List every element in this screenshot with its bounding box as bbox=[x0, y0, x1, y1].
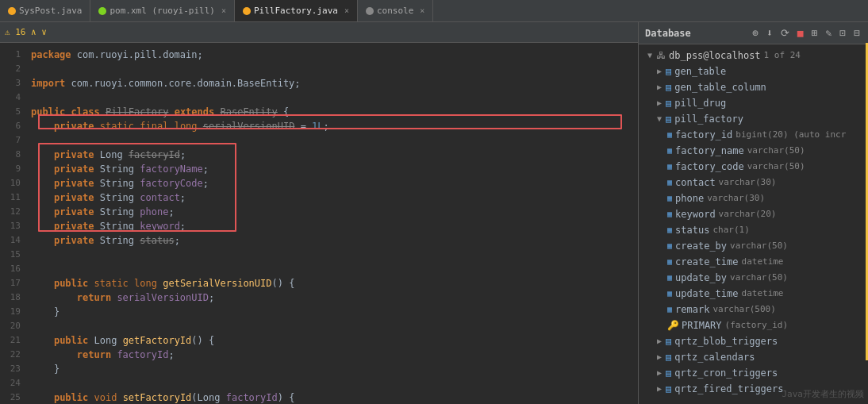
code-line-22: 22 return factoryId; bbox=[0, 348, 638, 362]
db-col-contact[interactable]: ▦ contact varchar(30) bbox=[639, 175, 868, 190]
db-col-update-by-name: update_by bbox=[675, 271, 727, 285]
db-col-update-time-type: datetime bbox=[742, 287, 784, 301]
db-tree[interactable]: ▼ 🖧 db_pss@localhost 1 of 24 ▶ ▤ gen_tab… bbox=[639, 44, 868, 404]
tab-pillfactory-label: PillFactory.java bbox=[254, 6, 338, 16]
db-col-phone[interactable]: ▦ phone varchar(30) bbox=[639, 190, 868, 206]
db-host-label: db_pss@localhost bbox=[669, 48, 761, 63]
db-col-icon5: ▦ bbox=[667, 191, 672, 206]
db-table-gen-table-col[interactable]: ▶ ▤ gen_table_column bbox=[639, 79, 868, 95]
db-table-icon8: ▤ bbox=[666, 382, 671, 396]
code-line-12: 12 private String phone; bbox=[0, 205, 638, 219]
code-line-13: 13 private String keyword; bbox=[0, 219, 638, 233]
db-col-icon4: ▦ bbox=[667, 175, 672, 190]
db-table-gen-table[interactable]: ▶ ▤ gen_table bbox=[639, 63, 868, 79]
db-download-btn[interactable]: ⬇ bbox=[765, 26, 774, 40]
tab-console-label: console bbox=[377, 6, 413, 16]
db-gen-table-arrow: ▶ bbox=[655, 64, 664, 79]
code-line-2: 2 bbox=[0, 62, 638, 76]
tab-pom[interactable]: pom.xml (ruoyi-pill) × bbox=[90, 0, 234, 21]
code-line-18: 18 return serialVersionUID; bbox=[0, 290, 638, 305]
tab-console[interactable]: console × bbox=[358, 0, 433, 21]
db-col-factory-id[interactable]: ▦ factory_id bigint(20) (auto incr bbox=[639, 127, 868, 143]
db-qrtz-blob-label: qrtz_blob_triggers bbox=[674, 334, 778, 348]
db-col-phone-name: phone bbox=[675, 191, 704, 206]
code-line-4: 4 bbox=[0, 90, 638, 105]
db-col-keyword[interactable]: ▦ keyword varchar(20) bbox=[639, 206, 868, 222]
db-stop-btn[interactable]: ■ bbox=[796, 26, 805, 40]
db-table-icon7: ▤ bbox=[666, 366, 671, 380]
line-code-1: package com.ruoyi.pill.domain; bbox=[31, 48, 638, 62]
db-pill-drug-label: pill_drug bbox=[674, 96, 726, 110]
editor-area: ⚠ 16 ∧ ∨ 1 package com.ruoyi.pill.domain… bbox=[0, 22, 638, 404]
db-col-update-by[interactable]: ▦ update_by varchar(50) bbox=[639, 270, 868, 286]
db-col-icon9: ▦ bbox=[667, 255, 672, 269]
db-col-factory-name-name: factory_name bbox=[675, 144, 744, 158]
db-col-update-time-name: update_time bbox=[675, 287, 738, 301]
db-table-pill-drug[interactable]: ▶ ▤ pill_drug bbox=[639, 95, 868, 111]
db-col-remark-type: varchar(500) bbox=[712, 302, 775, 317]
db-col-icon10: ▦ bbox=[667, 271, 672, 285]
db-count-badge: 1 of 24 bbox=[764, 48, 801, 63]
db-console-btn[interactable]: ⊡ bbox=[838, 26, 847, 40]
db-sync-btn[interactable]: ⟳ bbox=[779, 26, 791, 40]
db-col-primary[interactable]: 🔑 PRIMARY (factory_id) bbox=[639, 317, 868, 333]
db-col-update-time[interactable]: ▦ update_time datetime bbox=[639, 286, 868, 302]
code-line-15: 15 bbox=[0, 248, 638, 262]
db-host-item[interactable]: ▼ 🖧 db_pss@localhost 1 of 24 bbox=[639, 48, 868, 63]
db-refresh-btn[interactable]: ⊕ bbox=[751, 26, 760, 40]
db-col-create-by[interactable]: ▦ create_by varchar(50) bbox=[639, 238, 868, 254]
db-col-contact-name: contact bbox=[675, 175, 716, 190]
db-table-icon6: ▤ bbox=[666, 350, 671, 364]
code-line-14: 14 private String status; bbox=[0, 233, 638, 248]
code-line-19: 19 } bbox=[0, 305, 638, 319]
db-col-create-by-type: varchar(50) bbox=[730, 239, 788, 253]
code-line-17: 17 public static long getSerialVersionUI… bbox=[0, 276, 638, 290]
code-line-9: 9 private String factoryName; bbox=[0, 162, 638, 176]
db-col-phone-type: varchar(30) bbox=[707, 191, 765, 206]
db-table-icon5: ▤ bbox=[666, 334, 671, 348]
code-line-3: 3 import com.ruoyi.common.core.domain.Ba… bbox=[0, 76, 638, 90]
db-col-status[interactable]: ▦ status char(1) bbox=[639, 222, 868, 238]
db-col-status-name: status bbox=[675, 223, 709, 237]
db-col-remark[interactable]: ▦ remark varchar(500) bbox=[639, 302, 868, 317]
close-icon3[interactable]: × bbox=[420, 6, 424, 15]
db-col-create-time[interactable]: ▦ create_time datetime bbox=[639, 254, 868, 270]
db-col-factory-id-type: bigint(20) (auto incr bbox=[735, 128, 846, 142]
db-col-remark-name: remark bbox=[675, 302, 709, 317]
tab-pillfactory[interactable]: PillFactory.java × bbox=[235, 0, 358, 21]
db-filter-btn[interactable]: ⊟ bbox=[852, 26, 862, 40]
db-col-factory-name[interactable]: ▦ factory_name varchar(50) bbox=[639, 143, 868, 159]
db-grid-btn[interactable]: ⊞ bbox=[810, 26, 820, 40]
db-col-icon2: ▦ bbox=[667, 144, 672, 158]
db-table-qrtz-fired[interactable]: ▶ ▤ qrtz_fired_triggers bbox=[639, 381, 868, 397]
db-table-qrtz-cal[interactable]: ▶ ▤ qrtz_calendars bbox=[639, 349, 868, 365]
console-icon bbox=[366, 7, 374, 15]
db-col-create-time-name: create_time bbox=[675, 255, 738, 269]
tab-pom-label: pom.xml (ruoyi-pill) bbox=[109, 6, 214, 16]
close-icon2[interactable]: × bbox=[344, 6, 349, 15]
db-qrtz-cron-label: qrtz_cron_triggers bbox=[674, 366, 778, 380]
db-pill-factory-label: pill_factory bbox=[674, 112, 743, 126]
db-col-factory-code[interactable]: ▦ factory_code varchar(50) bbox=[639, 159, 868, 175]
db-gen-table-col-label: gen_table_column bbox=[674, 80, 766, 94]
db-table-icon4: ▤ bbox=[666, 112, 671, 126]
code-line-5: 5 public class PillFactory extends BaseE… bbox=[0, 105, 638, 119]
main-area: ⚠ 16 ∧ ∨ 1 package com.ruoyi.pill.domain… bbox=[0, 22, 868, 404]
db-table-qrtz-cron[interactable]: ▶ ▤ qrtz_cron_triggers bbox=[639, 365, 868, 381]
db-table-icon2: ▤ bbox=[666, 80, 671, 94]
code-content[interactable]: 1 package com.ruoyi.pill.domain; 2 3 imp… bbox=[0, 43, 638, 404]
db-col-icon12: ▦ bbox=[667, 302, 672, 317]
db-table-qrtz-blob[interactable]: ▶ ▤ qrtz_blob_triggers bbox=[639, 333, 868, 349]
db-table-pill-factory[interactable]: ▼ ▤ pill_factory bbox=[639, 111, 868, 127]
db-primary-name: PRIMARY bbox=[682, 318, 722, 333]
warning-indicator: ⚠ 16 ∧ ∨ bbox=[5, 27, 47, 37]
db-edit-btn[interactable]: ✎ bbox=[824, 26, 834, 40]
tab-sysposts[interactable]: SysPost.java bbox=[0, 0, 90, 21]
db-panel: Database ⊕ ⬇ ⟳ ■ ⊞ ✎ ⊡ ⊟ ▼ 🖧 db_pss@loca… bbox=[638, 22, 868, 404]
close-icon[interactable]: × bbox=[221, 6, 226, 15]
db-col-factory-code-name: factory_code bbox=[675, 160, 744, 174]
java-icon bbox=[8, 7, 16, 15]
db-col-factory-code-type: varchar(50) bbox=[747, 160, 805, 174]
db-col-create-by-name: create_by bbox=[675, 239, 727, 253]
db-col-icon3: ▦ bbox=[667, 160, 672, 174]
